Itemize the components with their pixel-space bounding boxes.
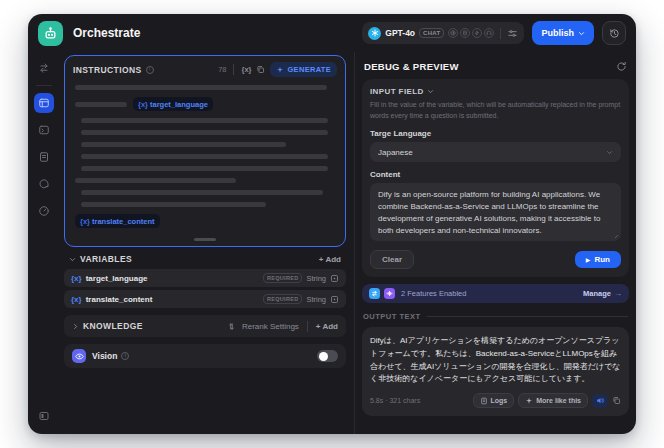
output-title: OUTPUT TEXT [363,312,421,321]
refresh-icon[interactable] [616,61,627,72]
skeleton-line [81,130,328,135]
skeleton-line [75,178,236,183]
input-field-description: Fill in the value of the variable, which… [370,100,621,121]
variable-tag[interactable]: {x}target_language [133,97,213,111]
model-mode-badge: CHAT [419,28,444,38]
add-knowledge-button[interactable]: + Add [316,322,338,331]
rerank-icon [227,322,236,331]
insert-variable-icon[interactable]: {x} [241,65,251,74]
prompt-editor[interactable]: {x}target_language {x}translate_content [65,81,345,238]
content-textarea[interactable]: Dify is an open-source platform for buil… [370,183,621,241]
nav-rail [28,52,60,434]
input-field-toggle[interactable]: INPUT FIELD [370,87,621,96]
skeleton-line [75,102,127,107]
model-selector[interactable]: GPT-4o CHAT [362,22,524,44]
debug-title: DEBUG & PREVIEW [364,61,459,72]
capability-globe-icon [448,28,458,38]
knowledge-title: KNOWLEDGE [72,321,143,331]
feature-speech-icon [384,288,395,299]
history-button[interactable] [602,21,626,45]
skeleton-line [81,202,266,207]
variable-icon: {x} [71,295,82,304]
swap-app-icon[interactable] [34,58,54,78]
chevron-down-icon [69,256,76,263]
required-badge: REQUIRED [263,273,302,283]
generate-label: GENERATE [287,65,331,74]
vision-toggle[interactable] [317,350,338,362]
copy-output-icon[interactable] [612,396,621,405]
logs-button[interactable]: Logs [473,393,515,408]
nav-annotations-icon[interactable] [34,174,54,194]
variable-settings-icon[interactable] [330,274,339,283]
skeleton-line [81,190,323,195]
divider [500,28,501,39]
output-card: Difyは、AIアプリケーションを構築するためのオープンソースプラットフォームで… [362,327,629,416]
model-capability-icons [448,28,494,38]
orchestrate-panel: INSTRUCTIONS i 78 {x} GENERATE [60,52,354,434]
content-field-label: Content [370,170,621,179]
output-text: Difyは、AIアプリケーションを構築するためのオープンソースプラットフォームで… [370,335,621,386]
nav-orchestrate-icon[interactable] [34,93,54,113]
rerank-settings-button[interactable]: Rerank Settings [242,322,299,331]
nav-logs-icon[interactable] [34,147,54,167]
divider [233,64,234,75]
variable-tag[interactable]: {x}translate_content [75,214,160,228]
variable-icon: {x} [71,274,82,283]
content-value: Dify is an open-source platform for buil… [378,190,600,235]
capability-doc-icon [460,28,470,38]
window-body: INSTRUCTIONS i 78 {x} GENERATE [28,52,636,434]
char-count: 78 [218,65,226,74]
text-to-speech-button[interactable] [592,394,608,408]
variables-title: VARIABLES [69,254,132,264]
skeleton-line [75,85,327,90]
publish-button[interactable]: Publish [532,21,594,45]
log-icon [480,397,488,405]
copy-icon[interactable] [256,65,265,74]
sparkle-icon [525,397,533,405]
variable-row[interactable]: {x} target_language REQUIRED String [64,269,346,287]
resize-handle[interactable] [194,238,216,241]
variable-name: translate_content [86,295,153,304]
collapse-sidebar-icon[interactable] [34,406,54,426]
variable-type: String [306,274,326,283]
model-provider-icon [368,27,381,40]
divider [36,85,52,86]
variable-row[interactable]: {x} translate_content REQUIRED String [64,290,346,308]
add-variable-button[interactable]: + Add [319,255,341,264]
skeleton-line [81,118,328,123]
run-button[interactable]: ▶ Run [575,251,621,268]
resize-grip-icon[interactable] [612,232,618,238]
history-icon [609,28,620,39]
app-logo-icon[interactable] [38,21,63,46]
clear-button[interactable]: Clear [370,250,414,269]
language-select[interactable]: Japanese [370,142,621,162]
divider [427,316,628,317]
chevron-right-icon [72,323,79,330]
instructions-header: INSTRUCTIONS i 78 {x} GENERATE [65,56,345,81]
manage-features-button[interactable]: Manage → [583,289,622,298]
title-bar: Orchestrate GPT-4o CHAT [28,14,636,52]
vision-eye-icon [72,349,86,363]
instructions-title: INSTRUCTIONS [73,65,142,75]
instructions-panel[interactable]: INSTRUCTIONS i 78 {x} GENERATE [64,55,346,247]
language-field-label: Targe Language [370,129,621,138]
language-value: Japanese [378,148,413,157]
variable-settings-icon[interactable] [330,295,339,304]
app-window: Orchestrate GPT-4o CHAT [28,14,636,434]
page-background: Orchestrate GPT-4o CHAT [0,0,664,448]
chevron-down-icon [606,149,613,156]
nav-monitoring-icon[interactable] [34,201,54,221]
model-settings-icon[interactable] [507,28,518,39]
generate-button[interactable]: GENERATE [270,62,337,77]
knowledge-section[interactable]: KNOWLEDGE Rerank Settings + Add [64,315,346,337]
debug-header: DEBUG & PREVIEW [362,52,629,79]
feature-citation-icon [369,288,380,299]
skeleton-line [81,154,328,159]
model-name: GPT-4o [385,28,415,38]
variables-header: VARIABLES + Add [64,247,346,269]
variable-type: String [306,295,326,304]
nav-preview-icon[interactable] [34,120,54,140]
publish-label: Publish [541,28,574,38]
sparkle-icon [276,66,284,74]
more-like-this-button[interactable]: More like this [518,393,588,408]
